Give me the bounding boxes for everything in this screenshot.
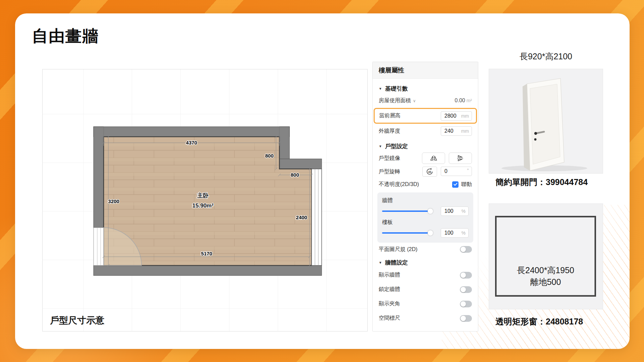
window-size-line2: 離地500 <box>496 276 595 288</box>
window-size-line1: 長2400*高1950 <box>496 264 595 276</box>
door-caption: 簡約單開門：399044784 <box>489 177 616 188</box>
wall-opacity-label: 牆體 <box>382 197 469 204</box>
space-ruler-toggle[interactable] <box>460 315 472 322</box>
window-caption: 透明矩形窗：24808178 <box>489 316 623 327</box>
check-icon <box>453 183 458 186</box>
row-plan-ruler: 平面圖尺規 (2D) <box>379 243 472 256</box>
row-show-angles: 顯示夾角 <box>379 297 472 311</box>
chevron-down-icon: ∨ <box>413 99 416 103</box>
row-outer-wall-thickness: 外牆厚度 240 mm <box>379 124 472 138</box>
dim-upper-right: 800 <box>265 153 273 159</box>
page-title: 自由畫牆 <box>32 25 99 47</box>
section-layout-settings[interactable]: ▼ 戶型設定 <box>379 142 472 150</box>
row-space-ruler: 空間標尺 <box>379 311 472 325</box>
main-card: 自由畫牆 <box>15 13 630 349</box>
row-house-area: 房屋使用面積∨ 0.00m² <box>379 94 472 107</box>
plan-caption: 戶型尺寸示意 <box>50 314 104 326</box>
house-area-value: 0.00 <box>455 98 465 103</box>
floor-opacity-input[interactable]: 100 % <box>441 228 469 238</box>
door-image <box>489 69 603 173</box>
link-checkbox[interactable] <box>452 181 459 188</box>
floor-height-input[interactable]: 2800 mm <box>441 111 472 121</box>
floor-plan-canvas[interactable]: 4370 800 800 3200 2400 5170 主卧 15.90m² 戶… <box>42 69 368 331</box>
plan-ruler-toggle[interactable] <box>460 246 472 253</box>
house-area-unit: m² <box>467 98 472 103</box>
wall-thickness-label: 外牆厚度 <box>379 128 400 135</box>
window-frame: 長2400*高1950 離地500 <box>495 216 596 297</box>
mirror-horizontal-button[interactable] <box>422 153 445 164</box>
plan-ruler-label: 平面圖尺規 (2D) <box>379 246 418 253</box>
dim-top: 4370 <box>186 140 197 145</box>
row-layout-rotate: 戶型旋轉 45 0 ° <box>379 165 472 178</box>
door-preview-card <box>489 69 603 174</box>
rotate-label: 戶型旋轉 <box>379 168 400 175</box>
room-name: 主卧 <box>197 192 209 199</box>
rotate-45-icon: 45 <box>425 168 434 176</box>
section-wall-settings[interactable]: ▼ 牆體設定 <box>379 259 472 266</box>
row-layout-mirror: 戶型鏡像 <box>379 152 472 165</box>
room-area: 15.90m² <box>192 202 214 209</box>
row-current-floor-height: 當前層高 2800 mm <box>374 108 477 124</box>
collapse-triangle-icon: ▼ <box>379 87 382 90</box>
lock-walls-toggle[interactable] <box>460 286 472 293</box>
mirror-label: 戶型鏡像 <box>379 155 400 162</box>
dim-notch: 800 <box>290 172 299 178</box>
collapse-triangle-icon: ▼ <box>379 261 382 264</box>
row-lock-walls: 鎖定牆體 <box>379 282 472 297</box>
wall-opacity-input[interactable]: 100 % <box>441 206 469 216</box>
collapse-triangle-icon: ▼ <box>379 144 382 148</box>
dim-bottom: 5170 <box>201 251 212 256</box>
slider-knob[interactable] <box>428 230 433 236</box>
section-basic-params[interactable]: ▼ 基礎引數 <box>379 85 472 93</box>
floor-height-label: 當前層高 <box>379 112 400 119</box>
opacity-label: 不透明度(2D/3D) <box>379 181 419 188</box>
page: 自由畫牆 <box>0 0 644 362</box>
mirror-vertical-button[interactable] <box>449 153 472 164</box>
panel-header: 樓層屬性 <box>373 62 478 79</box>
wall-opacity-slider[interactable] <box>382 208 433 214</box>
floor-properties-panel: 樓層屬性 ▼ 基礎引數 房屋使用面積∨ 0.00m² 當前層高 2800 <box>372 62 478 331</box>
window-symbol <box>312 169 322 265</box>
show-walls-toggle[interactable] <box>460 272 472 279</box>
rotate-angle-input[interactable]: 0 ° <box>441 167 472 176</box>
dim-left: 3200 <box>108 198 119 204</box>
door-size-label: 長920*高2100 <box>489 51 603 62</box>
opacity-sliders-box: 牆體 100 % 樓板 <box>377 192 473 243</box>
rotate-45-button[interactable]: 45 <box>422 167 437 177</box>
slider-knob[interactable] <box>428 208 433 214</box>
row-opacity: 不透明度(2D/3D) 聯動 <box>379 178 472 190</box>
svg-text:45: 45 <box>428 170 431 174</box>
window-preview-card: 長2400*高1950 離地500 <box>489 203 603 309</box>
floor-opacity-slider[interactable] <box>382 230 433 236</box>
show-angles-toggle[interactable] <box>460 301 472 307</box>
house-area-dropdown[interactable]: 房屋使用面積∨ <box>379 97 416 104</box>
floor-opacity-label: 樓板 <box>382 219 469 226</box>
link-label: 聯動 <box>461 181 472 188</box>
wall-thickness-input[interactable]: 240 mm <box>441 126 472 136</box>
mirror-horizontal-icon <box>430 155 438 162</box>
mirror-vertical-icon <box>457 155 465 162</box>
row-show-walls: 顯示牆體 <box>379 268 472 282</box>
floor-plan-drawing: 4370 800 800 3200 2400 5170 主卧 15.90m² <box>43 69 367 331</box>
dim-right: 2400 <box>296 215 307 220</box>
